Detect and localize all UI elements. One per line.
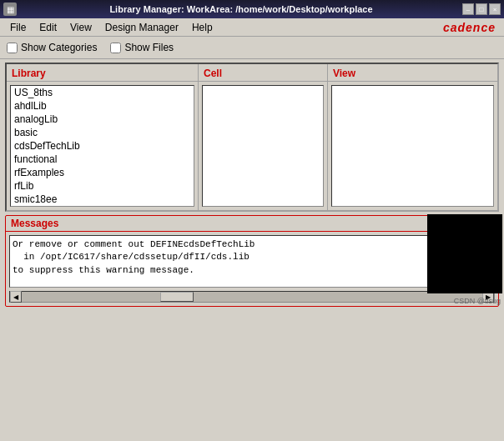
library-listbox[interactable]: US_8thsahdlLibanalogLibbasiccdsDefTechLi…	[10, 85, 194, 207]
library-panel: Library US_8thsahdlLibanalogLibbasiccdsD…	[7, 64, 199, 210]
library-list-item[interactable]: smic18ee	[11, 193, 194, 206]
cadence-logo: cadence	[443, 21, 501, 34]
hscroll-track[interactable]	[22, 292, 482, 302]
toolbar: Show Categories Show Files	[0, 37, 504, 59]
preview-box	[427, 214, 502, 293]
title-bar-controls: – □ ×	[462, 3, 501, 15]
cell-panel-header: Cell	[199, 64, 327, 82]
show-files-checkbox[interactable]	[110, 43, 121, 53]
messages-header: Messages	[6, 216, 498, 232]
messages-text: Or remove or comment out DEFINEcdsDefTec…	[13, 238, 480, 277]
menu-view[interactable]: View	[63, 20, 98, 35]
scroll-left-button[interactable]: ◀	[10, 291, 22, 303]
minimize-button[interactable]: –	[462, 3, 474, 15]
view-listbox[interactable]	[331, 85, 494, 207]
library-list-item[interactable]: US_8ths	[11, 86, 194, 99]
library-list-item[interactable]: rfExamples	[11, 166, 194, 179]
cell-panel: Cell	[199, 64, 328, 210]
menu-file[interactable]: File	[3, 20, 33, 35]
bottom-area: Messages Or remove or comment out DEFINE…	[0, 215, 504, 307]
title-bar: ▦ Library Manager: WorkArea: /home/work/…	[0, 0, 504, 18]
show-categories-checkbox[interactable]	[7, 43, 18, 53]
view-panel-header: View	[328, 64, 497, 82]
maximize-button[interactable]: □	[476, 3, 487, 15]
library-list-item[interactable]: ahdlLib	[11, 99, 194, 113]
library-panel-header: Library	[7, 64, 198, 82]
messages-section: Messages Or remove or comment out DEFINE…	[5, 215, 499, 307]
menu-bar: File Edit View Design Manager Help caden…	[0, 18, 504, 37]
show-categories-label: Show Categories	[21, 42, 97, 53]
view-panel: View	[328, 64, 497, 210]
cell-listbox[interactable]	[202, 85, 324, 207]
show-files-label: Show Files	[124, 42, 174, 53]
menu-edit[interactable]: Edit	[33, 20, 63, 35]
panels-area: Library US_8thsahdlLibanalogLibbasiccdsD…	[5, 63, 499, 212]
title-bar-text: Library Manager: WorkArea: /home/work/De…	[20, 4, 462, 14]
show-categories-group: Show Categories	[7, 42, 97, 53]
watermark: CSDN @tisug	[454, 297, 501, 305]
menu-help[interactable]: Help	[185, 20, 219, 35]
messages-textarea: Or remove or comment out DEFINEcdsDefTec…	[9, 235, 483, 288]
close-button[interactable]: ×	[489, 3, 501, 15]
horizontal-scrollbar[interactable]: ◀ ▶	[9, 291, 495, 303]
app-icon: ▦	[3, 3, 17, 16]
library-list-item[interactable]: functional	[11, 153, 194, 166]
messages-inner: Messages Or remove or comment out DEFINE…	[6, 216, 498, 306]
library-list-item[interactable]: basic	[11, 126, 194, 139]
library-list-item[interactable]: cdsDefTechLib	[11, 139, 194, 153]
library-list-item[interactable]: rfLib	[11, 179, 194, 193]
hscroll-thumb[interactable]	[160, 292, 194, 302]
menu-design-manager[interactable]: Design Manager	[98, 20, 185, 35]
show-files-group: Show Files	[110, 42, 174, 53]
library-list-item[interactable]: analogLib	[11, 113, 194, 126]
messages-content: Or remove or comment out DEFINEcdsDefTec…	[6, 232, 498, 291]
